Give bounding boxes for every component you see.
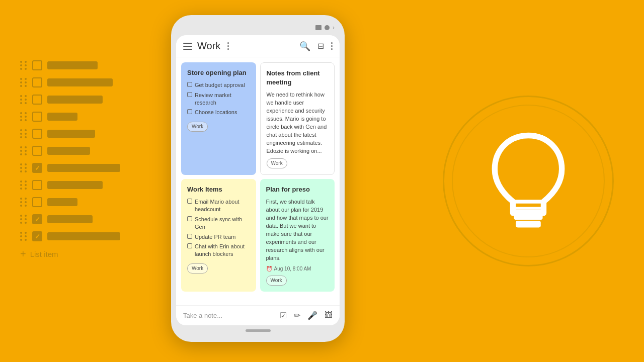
status-chevron: › — [333, 24, 335, 31]
drag-handle-icon — [20, 112, 27, 121]
list-row — [20, 180, 151, 190]
drag-handle-icon — [20, 215, 27, 224]
list-item-bar — [47, 232, 120, 240]
status-circle — [325, 25, 330, 30]
note-item-3: Choose locations — [187, 109, 250, 116]
note-title-client: Notes from client meeting — [267, 69, 329, 87]
take-note-placeholder[interactable]: Take a note... — [183, 312, 275, 319]
note-label-work-1: Work — [187, 122, 208, 132]
list-checkbox[interactable] — [32, 77, 42, 87]
left-checklist-panel: +List item — [20, 60, 151, 260]
phone-body: › Work 🔍 ⊟ — [171, 15, 345, 342]
list-row — [20, 197, 151, 207]
list-row — [20, 95, 151, 105]
add-icon: + — [20, 248, 26, 260]
checkbox-icon[interactable]: ☑ — [280, 311, 287, 320]
list-item-bar — [47, 164, 120, 172]
list-checkbox[interactable] — [32, 129, 42, 139]
list-row — [20, 112, 151, 122]
note-checkbox-wi-1 — [187, 199, 192, 204]
note-title-work-items: Work Items — [187, 185, 250, 194]
note-item-wi-3: Update PR team — [187, 233, 250, 241]
note-item-wi-1: Email Mario about headcount — [187, 198, 250, 214]
hamburger-menu-icon[interactable] — [183, 43, 192, 50]
note-plan-preso[interactable]: Plan for preso First, we should talk abo… — [260, 179, 335, 292]
list-checkbox[interactable] — [32, 180, 42, 190]
list-row — [20, 163, 151, 173]
note-work-items[interactable]: Work Items Email Mario about headcount S… — [181, 179, 256, 292]
note-title-preso: Plan for preso — [266, 185, 329, 194]
note-client-meeting[interactable]: Notes from client meeting We need to ret… — [260, 62, 335, 175]
svg-rect-0 — [514, 213, 542, 220]
right-bulb-panel — [443, 96, 614, 266]
note-checkbox-2 — [187, 92, 192, 97]
list-item-bar — [47, 198, 77, 206]
bottom-icons-group: ☑ ✏ 🎤 🖼 — [280, 311, 333, 320]
toolbar-left: Work — [183, 40, 299, 52]
status-bar: › — [176, 24, 340, 35]
note-body-preso: First, we should talk about our plan for… — [266, 198, 329, 262]
drag-handle-icon — [20, 78, 27, 87]
note-item-2: Review market research — [187, 92, 250, 107]
draw-icon[interactable]: ✏ — [294, 311, 300, 320]
app-toolbar: Work 🔍 ⊟ — [176, 35, 340, 57]
list-item-bar — [47, 215, 93, 223]
list-row — [20, 214, 151, 224]
mic-icon[interactable]: 🎤 — [307, 311, 317, 320]
google-keep-bulb-logo — [483, 131, 574, 231]
note-title: Store opening plan — [187, 68, 250, 77]
note-label-work-2: Work — [267, 158, 287, 168]
note-timestamp: ⏰ Aug 10, 8:00 AM — [266, 265, 329, 273]
bottom-input-bar: Take a note... ☑ ✏ 🎤 🖼 — [176, 305, 340, 325]
app-title: Work — [197, 40, 220, 52]
note-item-wi-2: Schedule sync with Gen — [187, 216, 250, 231]
drag-handle-icon — [20, 232, 27, 241]
note-checkbox-1 — [187, 82, 192, 87]
drag-handle-icon — [20, 146, 27, 155]
list-item-bar — [47, 147, 90, 155]
note-store-opening[interactable]: Store opening plan Get budget approval R… — [181, 62, 256, 175]
list-item-bar — [47, 181, 103, 189]
list-item-bar — [47, 113, 77, 121]
list-checkbox[interactable] — [32, 146, 42, 156]
drag-handle-icon — [20, 61, 27, 70]
timestamp-text: Aug 10, 8:00 AM — [274, 265, 311, 273]
more-options-icon[interactable] — [331, 42, 333, 50]
list-item-bar — [47, 61, 98, 69]
list-checkbox[interactable] — [32, 197, 42, 207]
drag-handle-icon — [20, 180, 27, 190]
list-checkbox[interactable] — [32, 214, 42, 224]
phone-screen: Work 🔍 ⊟ Store opening plan — [176, 35, 340, 325]
image-icon[interactable]: 🖼 — [325, 311, 333, 320]
drag-handle-icon — [20, 95, 27, 104]
list-checkbox[interactable] — [32, 163, 42, 173]
drag-handle-icon — [20, 129, 27, 138]
note-item-wi-4: Chat with Erin about launch blockers — [187, 243, 250, 258]
phone-mockup: › Work 🔍 ⊟ — [171, 15, 345, 342]
note-label-work-4: Work — [266, 276, 287, 286]
grid-view-icon[interactable]: ⊟ — [317, 41, 324, 51]
list-checkbox[interactable] — [32, 231, 42, 241]
svg-rect-1 — [516, 221, 541, 227]
notes-grid: Store opening plan Get budget approval R… — [176, 57, 340, 305]
list-checkbox[interactable] — [32, 60, 42, 70]
add-item-label: List item — [30, 250, 58, 258]
toolbar-right: 🔍 ⊟ — [299, 41, 333, 52]
note-checkbox-3 — [187, 109, 192, 114]
add-list-item-row[interactable]: +List item — [20, 248, 151, 260]
list-row — [20, 231, 151, 241]
list-checkbox[interactable] — [32, 112, 42, 122]
phone-home-bar — [246, 329, 271, 332]
note-checkbox-wi-3 — [187, 234, 192, 239]
list-item-bar — [47, 78, 113, 86]
note-checkbox-wi-2 — [187, 216, 192, 221]
list-item-bar — [47, 130, 95, 138]
more-options-title-icon[interactable] — [227, 42, 229, 50]
note-label-work-3: Work — [187, 263, 208, 274]
list-row — [20, 129, 151, 139]
search-icon[interactable]: 🔍 — [299, 41, 310, 52]
list-row — [20, 146, 151, 156]
list-item-bar — [47, 96, 103, 104]
list-row — [20, 60, 151, 70]
list-checkbox[interactable] — [32, 95, 42, 105]
